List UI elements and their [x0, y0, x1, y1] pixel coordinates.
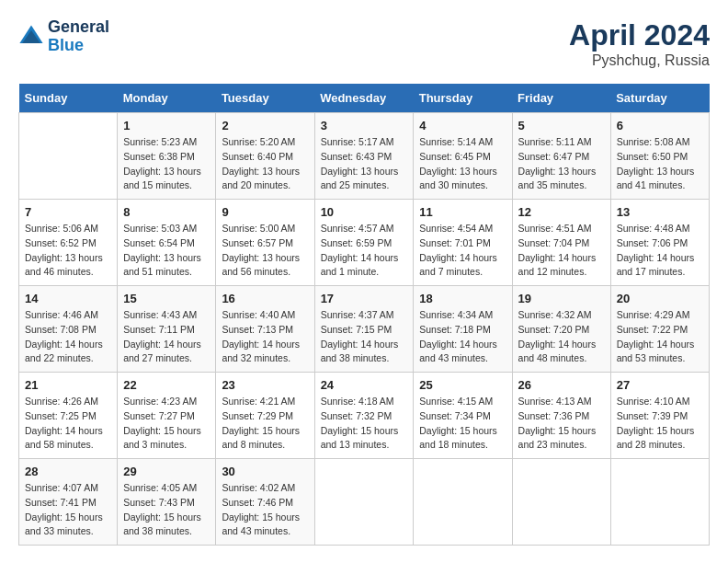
day-info: Sunrise: 5:20 AM Sunset: 6:40 PM Dayligh…	[222, 135, 308, 193]
day-info: Sunrise: 4:29 AM Sunset: 7:22 PM Dayligh…	[617, 308, 703, 366]
day-number: 4	[419, 119, 506, 132]
calendar-header: SundayMondayTuesdayWednesdayThursdayFrid…	[19, 84, 710, 113]
calendar-cell: 29Sunrise: 4:05 AM Sunset: 7:43 PM Dayli…	[118, 459, 216, 546]
header-cell-thursday: Thursday	[414, 84, 512, 113]
day-number: 8	[123, 205, 210, 219]
calendar-cell	[512, 459, 610, 546]
calendar-cell: 3Sunrise: 5:17 AM Sunset: 6:43 PM Daylig…	[314, 113, 414, 200]
calendar-cell: 18Sunrise: 4:34 AM Sunset: 7:18 PM Dayli…	[414, 286, 512, 373]
day-number: 7	[25, 205, 111, 219]
calendar-cell: 7Sunrise: 5:06 AM Sunset: 6:52 PM Daylig…	[19, 200, 118, 286]
day-number: 10	[321, 205, 408, 219]
calendar-body: 1Sunrise: 5:23 AM Sunset: 6:38 PM Daylig…	[19, 113, 710, 546]
day-info: Sunrise: 4:15 AM Sunset: 7:34 PM Dayligh…	[419, 395, 506, 453]
header-cell-sunday: Sunday	[19, 84, 118, 113]
day-info: Sunrise: 5:06 AM Sunset: 6:52 PM Dayligh…	[25, 222, 111, 280]
day-info: Sunrise: 4:26 AM Sunset: 7:25 PM Dayligh…	[25, 395, 111, 453]
calendar-cell: 22Sunrise: 4:23 AM Sunset: 7:27 PM Dayli…	[118, 373, 216, 459]
day-info: Sunrise: 5:17 AM Sunset: 6:43 PM Dayligh…	[321, 135, 408, 193]
day-info: Sunrise: 4:51 AM Sunset: 7:04 PM Dayligh…	[518, 222, 605, 280]
calendar-cell: 17Sunrise: 4:37 AM Sunset: 7:15 PM Dayli…	[314, 286, 414, 373]
calendar-cell: 13Sunrise: 4:48 AM Sunset: 7:06 PM Dayli…	[610, 200, 709, 286]
calendar-cell: 9Sunrise: 5:00 AM Sunset: 6:57 PM Daylig…	[216, 200, 314, 286]
day-info: Sunrise: 5:23 AM Sunset: 6:38 PM Dayligh…	[123, 135, 210, 193]
day-info: Sunrise: 4:32 AM Sunset: 7:20 PM Dayligh…	[518, 308, 605, 366]
day-info: Sunrise: 4:34 AM Sunset: 7:18 PM Dayligh…	[419, 308, 506, 366]
calendar-cell: 27Sunrise: 4:10 AM Sunset: 7:39 PM Dayli…	[610, 373, 709, 459]
calendar-table: SundayMondayTuesdayWednesdayThursdayFrid…	[18, 84, 710, 546]
logo-text: General Blue	[48, 18, 109, 55]
day-info: Sunrise: 4:40 AM Sunset: 7:13 PM Dayligh…	[222, 308, 308, 366]
header-cell-tuesday: Tuesday	[216, 84, 314, 113]
day-number: 13	[617, 205, 703, 219]
calendar-cell: 6Sunrise: 5:08 AM Sunset: 6:50 PM Daylig…	[610, 113, 709, 200]
day-info: Sunrise: 4:05 AM Sunset: 7:43 PM Dayligh…	[123, 481, 210, 539]
calendar-cell: 2Sunrise: 5:20 AM Sunset: 6:40 PM Daylig…	[216, 113, 314, 200]
logo-icon	[18, 24, 44, 50]
day-info: Sunrise: 4:18 AM Sunset: 7:32 PM Dayligh…	[321, 395, 408, 453]
day-number: 1	[123, 119, 210, 132]
calendar-cell: 30Sunrise: 4:02 AM Sunset: 7:46 PM Dayli…	[216, 459, 314, 546]
calendar-cell: 15Sunrise: 4:43 AM Sunset: 7:11 PM Dayli…	[118, 286, 216, 373]
day-number: 30	[222, 465, 308, 478]
day-info: Sunrise: 4:46 AM Sunset: 7:08 PM Dayligh…	[25, 308, 111, 366]
week-row-0: 1Sunrise: 5:23 AM Sunset: 6:38 PM Daylig…	[19, 113, 710, 200]
title-block: April 2024 Pyshchug, Russia	[569, 18, 710, 69]
day-info: Sunrise: 5:14 AM Sunset: 6:45 PM Dayligh…	[419, 135, 506, 193]
page-header: General Blue April 2024 Pyshchug, Russia	[18, 18, 710, 69]
day-number: 19	[518, 292, 605, 305]
calendar-cell: 25Sunrise: 4:15 AM Sunset: 7:34 PM Dayli…	[414, 373, 512, 459]
day-info: Sunrise: 4:43 AM Sunset: 7:11 PM Dayligh…	[123, 308, 210, 366]
day-info: Sunrise: 4:10 AM Sunset: 7:39 PM Dayligh…	[617, 395, 703, 453]
day-number: 5	[518, 119, 605, 132]
calendar-cell	[314, 459, 414, 546]
day-info: Sunrise: 5:11 AM Sunset: 6:47 PM Dayligh…	[518, 135, 605, 193]
day-number: 27	[617, 378, 703, 392]
calendar-cell: 26Sunrise: 4:13 AM Sunset: 7:36 PM Dayli…	[512, 373, 610, 459]
day-info: Sunrise: 4:21 AM Sunset: 7:29 PM Dayligh…	[222, 395, 308, 453]
day-number: 16	[222, 292, 308, 305]
calendar-cell: 20Sunrise: 4:29 AM Sunset: 7:22 PM Dayli…	[610, 286, 709, 373]
day-number: 6	[617, 119, 703, 132]
day-number: 11	[419, 205, 506, 219]
day-number: 2	[222, 119, 308, 132]
day-number: 3	[321, 119, 408, 132]
day-number: 24	[321, 378, 408, 392]
calendar-cell: 24Sunrise: 4:18 AM Sunset: 7:32 PM Dayli…	[314, 373, 414, 459]
calendar-cell: 23Sunrise: 4:21 AM Sunset: 7:29 PM Dayli…	[216, 373, 314, 459]
day-number: 23	[222, 378, 308, 392]
calendar-cell: 14Sunrise: 4:46 AM Sunset: 7:08 PM Dayli…	[19, 286, 118, 373]
calendar-cell: 16Sunrise: 4:40 AM Sunset: 7:13 PM Dayli…	[216, 286, 314, 373]
day-number: 17	[321, 292, 408, 305]
calendar-cell: 12Sunrise: 4:51 AM Sunset: 7:04 PM Dayli…	[512, 200, 610, 286]
location: Pyshchug, Russia	[569, 52, 710, 69]
day-info: Sunrise: 4:48 AM Sunset: 7:06 PM Dayligh…	[617, 222, 703, 280]
day-info: Sunrise: 4:13 AM Sunset: 7:36 PM Dayligh…	[518, 395, 605, 453]
calendar-cell: 21Sunrise: 4:26 AM Sunset: 7:25 PM Dayli…	[19, 373, 118, 459]
week-row-2: 14Sunrise: 4:46 AM Sunset: 7:08 PM Dayli…	[19, 286, 710, 373]
header-cell-wednesday: Wednesday	[314, 84, 414, 113]
day-info: Sunrise: 4:57 AM Sunset: 6:59 PM Dayligh…	[321, 222, 408, 280]
day-info: Sunrise: 4:23 AM Sunset: 7:27 PM Dayligh…	[123, 395, 210, 453]
day-info: Sunrise: 4:02 AM Sunset: 7:46 PM Dayligh…	[222, 481, 308, 539]
month-title: April 2024	[569, 18, 710, 52]
day-number: 15	[123, 292, 210, 305]
day-number: 22	[123, 378, 210, 392]
day-number: 20	[617, 292, 703, 305]
header-row: SundayMondayTuesdayWednesdayThursdayFrid…	[19, 84, 710, 113]
week-row-1: 7Sunrise: 5:06 AM Sunset: 6:52 PM Daylig…	[19, 200, 710, 286]
day-number: 26	[518, 378, 605, 392]
calendar-cell: 10Sunrise: 4:57 AM Sunset: 6:59 PM Dayli…	[314, 200, 414, 286]
day-number: 9	[222, 205, 308, 219]
calendar-cell: 8Sunrise: 5:03 AM Sunset: 6:54 PM Daylig…	[118, 200, 216, 286]
header-cell-saturday: Saturday	[610, 84, 709, 113]
calendar-cell: 4Sunrise: 5:14 AM Sunset: 6:45 PM Daylig…	[414, 113, 512, 200]
day-number: 18	[419, 292, 506, 305]
day-info: Sunrise: 4:07 AM Sunset: 7:41 PM Dayligh…	[25, 481, 111, 539]
header-cell-monday: Monday	[118, 84, 216, 113]
day-info: Sunrise: 5:03 AM Sunset: 6:54 PM Dayligh…	[123, 222, 210, 280]
calendar-cell	[610, 459, 709, 546]
calendar-cell: 5Sunrise: 5:11 AM Sunset: 6:47 PM Daylig…	[512, 113, 610, 200]
calendar-cell	[414, 459, 512, 546]
calendar-cell: 11Sunrise: 4:54 AM Sunset: 7:01 PM Dayli…	[414, 200, 512, 286]
